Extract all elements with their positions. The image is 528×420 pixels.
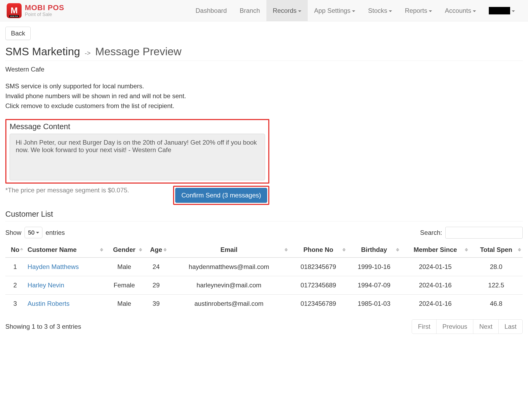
cell-name[interactable]: Hayden Matthews — [25, 257, 105, 276]
table-row: 3Austin RobertsMale39austinroberts@mail.… — [5, 294, 523, 313]
confirm-send-button[interactable]: Confirm Send (3 messages) — [175, 188, 267, 203]
column-header[interactable]: Email — [168, 242, 289, 257]
page-first[interactable]: First — [412, 320, 436, 334]
search-label: Search: — [420, 229, 442, 236]
cell: Male — [105, 294, 144, 313]
confirm-highlight: Confirm Send (3 messages) — [173, 186, 269, 205]
table-row: 1Hayden MatthewsMale24haydenmatthews@mai… — [5, 257, 523, 276]
cell: harleynevin@mail.com — [168, 276, 289, 294]
sort-icon — [518, 248, 521, 251]
customer-link[interactable]: Austin Roberts — [27, 300, 69, 307]
sort-icon — [20, 248, 23, 251]
show-label-pre: Show — [5, 229, 21, 236]
branch-name: Western Cafe — [5, 66, 523, 73]
nav-item-branch[interactable]: Branch — [233, 0, 266, 21]
nav-item-dashboard[interactable]: Dashboard — [189, 0, 233, 21]
page-previous[interactable]: Previous — [436, 320, 473, 334]
cell: 1985-01-03 — [347, 294, 401, 313]
info-line: Invalid phone numbers will be shown in r… — [5, 91, 523, 101]
column-header[interactable]: No — [5, 242, 25, 257]
customer-table: NoCustomer NameGenderAgeEmailPhone NoBir… — [5, 242, 523, 313]
entries-length: Show 50 entries — [5, 227, 65, 238]
cell: 0172345689 — [289, 276, 347, 294]
cell-name[interactable]: Austin Roberts — [25, 294, 105, 313]
customer-list-heading: Customer List — [5, 210, 523, 219]
column-header[interactable]: Gender — [105, 242, 144, 257]
chevron-down-icon — [389, 10, 392, 12]
chevron-down-icon — [298, 10, 301, 12]
table-info: Showing 1 to 3 of 3 entries — [5, 323, 81, 330]
column-header[interactable]: Customer Name — [25, 242, 105, 257]
nav-label: Reports — [405, 7, 427, 14]
nav-label: Dashboard — [195, 7, 227, 14]
sort-icon — [342, 248, 346, 251]
chevron-down-icon — [352, 10, 355, 12]
cell: 29 — [144, 276, 168, 294]
nav-item-stocks[interactable]: Stocks — [362, 0, 398, 21]
nav-items: DashboardBranchRecordsApp SettingsStocks… — [189, 0, 521, 21]
column-header[interactable]: Total Spen — [470, 242, 523, 257]
nav-label: Records — [273, 7, 297, 14]
title-main: SMS Marketing — [5, 45, 80, 58]
table-header-row: NoCustomer NameGenderAgeEmailPhone NoBir… — [5, 242, 523, 257]
chevron-down-icon — [429, 10, 432, 12]
info-line: SMS service is only supported for local … — [5, 81, 523, 91]
pagination: FirstPreviousNextLast — [412, 319, 523, 334]
cell: Male — [105, 257, 144, 276]
divider — [5, 61, 523, 61]
nav-label: Accounts — [445, 7, 471, 14]
cell: 24 — [144, 257, 168, 276]
cell: 0123456789 — [289, 294, 347, 313]
show-label-post: entries — [46, 229, 65, 236]
cell-name[interactable]: Harley Nevin — [25, 276, 105, 294]
column-header[interactable]: Age — [144, 242, 168, 257]
cell: 1999-10-16 — [347, 257, 401, 276]
sort-icon — [396, 248, 399, 251]
user-avatar — [489, 7, 510, 14]
column-header[interactable]: Birthday — [347, 242, 401, 257]
sort-icon — [465, 248, 468, 251]
chevron-down-icon — [512, 10, 515, 12]
cell: austinroberts@mail.com — [168, 294, 289, 313]
logo-text: MOBI POS Point of Sale — [25, 4, 64, 17]
cell: 39 — [144, 294, 168, 313]
cell: 2024-01-15 — [401, 257, 470, 276]
back-button[interactable]: Back — [5, 27, 31, 40]
message-highlight: Message Content Hi John Peter, our next … — [5, 119, 269, 184]
sort-icon — [163, 248, 167, 251]
logo[interactable]: M MOBI POS Point of Sale — [7, 3, 64, 18]
search-wrap: Search: — [420, 227, 523, 239]
column-header[interactable]: Phone No — [289, 242, 347, 257]
navbar: M MOBI POS Point of Sale DashboardBranch… — [0, 0, 528, 21]
nav-item-app-settings[interactable]: App Settings — [308, 0, 362, 21]
sort-icon — [100, 248, 103, 251]
brand-name: MOBI POS — [25, 4, 64, 12]
message-heading: Message Content — [10, 122, 265, 131]
table-row: 2Harley NevinFemale29harleynevin@mail.co… — [5, 276, 523, 294]
nav-item-records[interactable]: Records — [266, 0, 308, 21]
title-arrow: -> — [85, 49, 91, 57]
column-header[interactable]: Member Since — [401, 242, 470, 257]
nav-item-accounts[interactable]: Accounts — [438, 0, 482, 21]
page-title: SMS Marketing -> Message Preview — [5, 45, 523, 58]
nav-label: App Settings — [314, 7, 350, 14]
cell: 1994-07-09 — [347, 276, 401, 294]
sort-icon — [285, 248, 288, 251]
cell: 46.8 — [470, 294, 523, 313]
cell: 28.0 — [470, 257, 523, 276]
message-content: Hi John Peter, our next Burger Day is on… — [10, 134, 265, 180]
entries-select[interactable]: 50 — [25, 227, 42, 238]
cell: Female — [105, 276, 144, 294]
customer-link[interactable]: Hayden Matthews — [27, 263, 79, 270]
nav-item-reports[interactable]: Reports — [398, 0, 438, 21]
info-block: SMS service is only supported for local … — [5, 81, 523, 111]
page-last[interactable]: Last — [498, 320, 522, 334]
cell: 2 — [5, 276, 25, 294]
sort-icon — [139, 248, 142, 251]
cell: haydenmatthews@mail.com — [168, 257, 289, 276]
page-next[interactable]: Next — [473, 320, 498, 334]
search-input[interactable] — [445, 227, 523, 239]
nav-item-user[interactable] — [482, 0, 521, 21]
table-body: 1Hayden MatthewsMale24haydenmatthews@mai… — [5, 257, 523, 313]
customer-link[interactable]: Harley Nevin — [27, 282, 64, 289]
